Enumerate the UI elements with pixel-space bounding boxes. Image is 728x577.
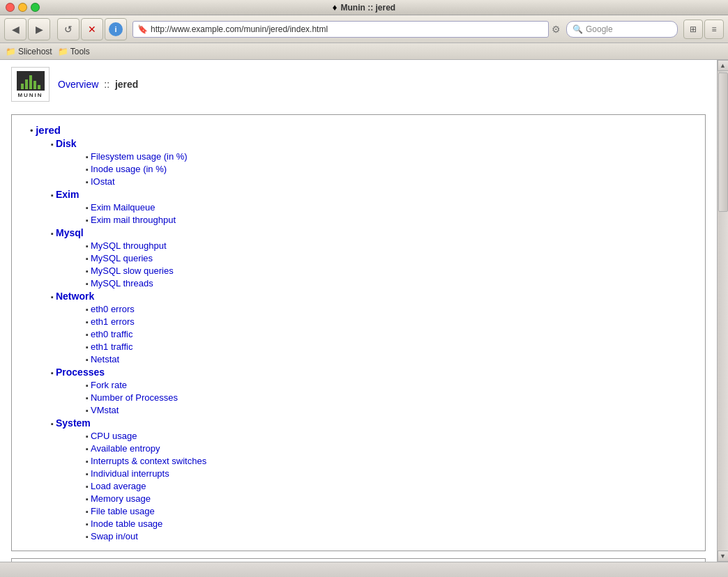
load-average-link[interactable]: Load average [91,481,146,491]
bar1 [21,84,24,89]
list-item: eth1 traffic [86,341,694,352]
disk-items: Filesystem usage (in %) Inode usage (in … [51,151,694,187]
list-item: MySQL queries [86,253,694,263]
system-items: CPU usage Available entropy Interrupts &… [51,431,694,541]
list-item: eth0 traffic [86,329,694,339]
stop-button[interactable]: ✕ [81,18,103,40]
address-bar[interactable]: 🔖 http://www.example.com/munin/jered/ind… [132,21,549,38]
address-lock-icon: 🔖 [137,24,148,34]
minimize-button[interactable] [18,3,27,12]
list-item: Individual interrupts [86,468,694,479]
eth0-errors-link[interactable]: eth0 errors [91,304,135,314]
inode-usage-link[interactable]: Inode usage (in %) [91,164,167,174]
home-button[interactable]: i [105,18,127,40]
cpu-usage-link[interactable]: CPU usage [91,431,137,441]
exim-throughput-link[interactable]: Exim mail throughput [91,215,176,225]
eth1-traffic-link[interactable]: eth1 traffic [91,341,132,352]
forward-button[interactable]: ▶ [28,18,50,40]
available-entropy-link[interactable]: Available entropy [91,443,160,454]
memory-usage-link[interactable]: Memory usage [91,493,151,504]
node-item: jered Disk Filesystem usage (in %) Inode… [30,124,694,541]
disk-section-link[interactable]: Disk [56,138,77,149]
sidebar-button[interactable]: ≡ [704,20,724,39]
node-list: jered Disk Filesystem usage (in %) Inode… [23,124,694,541]
puzzle-icon: ⊞ [690,24,697,34]
scroll-thumb[interactable] [718,72,728,212]
swap-in-out-link[interactable]: Swap in/out [91,531,138,541]
mysql-section-link[interactable]: Mysql [56,227,84,238]
breadcrumb-overview-link[interactable]: Overview [58,79,98,90]
system-section-link[interactable]: System [56,417,91,429]
bookmark-tools[interactable]: 📁 Tools [58,47,90,56]
stop-icon: ✕ [88,24,96,35]
scrollbar[interactable]: ▲ ▼ [717,60,728,562]
list-item: Netstat [86,354,694,364]
eth0-traffic-link[interactable]: eth0 traffic [91,329,132,339]
list-item: CPU usage [86,431,694,441]
netstat-link[interactable]: Netstat [91,354,119,364]
sidebar-icon: ≡ [711,24,716,34]
bar3 [29,75,32,89]
list-item: Interrupts & context switches [86,456,694,466]
bookmark-slicehost[interactable]: 📁 Slicehost [6,47,52,56]
exim-section-link[interactable]: Exim [56,189,79,200]
back-button[interactable]: ◀ [4,18,26,40]
gear-icon[interactable]: ⚙ [552,24,561,35]
search-bar[interactable]: 🔍 Google [566,21,678,38]
breadcrumb: Overview :: jered [58,79,138,90]
section-mysql: Mysql MySQL throughput MySQL queries MyS… [51,227,694,288]
list-item: eth1 errors [86,316,694,327]
filesystem-usage-link[interactable]: Filesystem usage (in %) [91,151,188,162]
mysql-queries-link[interactable]: MySQL queries [91,253,153,263]
extensions-button[interactable]: ⊞ [683,20,703,39]
node-link[interactable]: jered [36,124,61,136]
mysql-threads-link[interactable]: MySQL threads [91,278,153,288]
fork-rate-link[interactable]: Fork rate [91,380,127,390]
individual-interrupts-link[interactable]: Individual interrupts [91,468,169,479]
exim-mailqueue-link[interactable]: Exim Mailqueue [91,202,156,213]
list-item: VMstat [86,405,694,415]
section-network: Network eth0 errors eth1 errors eth0 tra… [51,291,694,364]
list-item: MySQL throughput [86,240,694,251]
munin-logo: MUNIN [11,67,50,102]
munin-header: MUNIN Overview :: jered [11,67,706,106]
reload-icon: ↺ [64,24,73,35]
iostat-link[interactable]: IOstat [91,176,115,187]
reload-button[interactable]: ↺ [57,18,79,40]
title-icon: ♦ [333,2,338,13]
list-item: MySQL slow queries [86,266,694,276]
close-button[interactable] [6,3,15,12]
file-table-usage-link[interactable]: File table usage [91,506,155,516]
search-icon: 🔍 [572,24,583,34]
section-disk: Disk Filesystem usage (in %) Inode usage… [51,138,694,187]
processes-section-link[interactable]: Processes [56,367,105,378]
num-processes-link[interactable]: Number of Processes [91,392,178,403]
status-bar [0,562,728,577]
bar5 [38,85,40,89]
vmstat-link[interactable]: VMstat [91,405,119,415]
logo-bars [21,75,40,89]
exim-items: Exim Mailqueue Exim mail throughput [51,202,694,225]
eth1-errors-link[interactable]: eth1 errors [91,316,135,327]
list-item: File table usage [86,506,694,516]
section-exim: Exim Exim Mailqueue Exim mail throughput [51,189,694,225]
mysql-throughput-link[interactable]: MySQL throughput [91,240,167,251]
network-section-link[interactable]: Network [56,291,94,302]
list-item: eth0 errors [86,304,694,314]
list-item: Available entropy [86,443,694,454]
inode-table-usage-link[interactable]: Inode table usage [91,518,162,529]
window-controls[interactable] [6,3,40,12]
footer-bar: jered : [11,558,706,562]
toolbar: ◀ ▶ ↺ ✕ i 🔖 http://www.example.com/munin… [0,15,728,43]
search-placeholder: Google [586,24,613,34]
scroll-up-button[interactable]: ▲ [718,60,729,71]
breadcrumb-current: jered [115,79,138,90]
bookmark-slicehost-label: Slicehost [18,47,52,56]
forward-icon: ▶ [36,24,43,35]
maximize-button[interactable] [31,3,40,12]
interrupts-link[interactable]: Interrupts & context switches [91,456,206,466]
mysql-slow-queries-link[interactable]: MySQL slow queries [91,266,174,276]
scroll-down-button[interactable]: ▼ [718,551,729,562]
list-item: Inode usage (in %) [86,164,694,174]
folder-icon: 📁 [58,47,68,56]
